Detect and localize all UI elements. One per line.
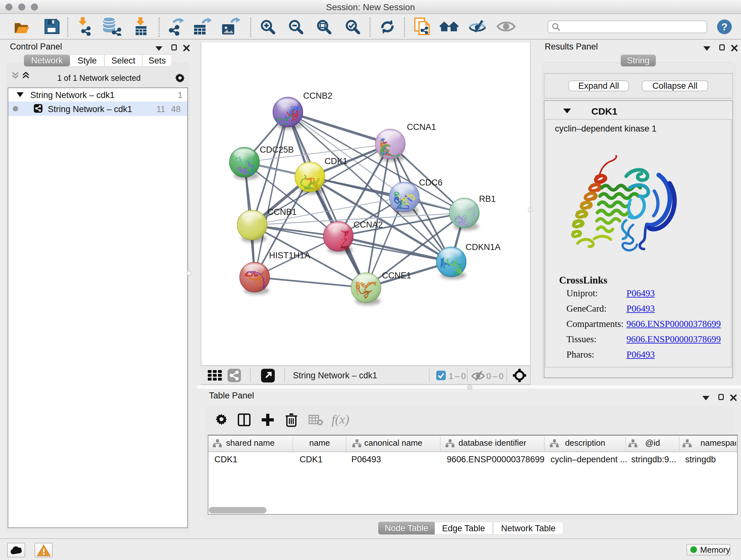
svg-text:RB1: RB1 bbox=[479, 194, 496, 204]
svg-text:CDC6: CDC6 bbox=[419, 178, 443, 187]
svg-text:CCNA2: CCNA2 bbox=[354, 220, 383, 230]
svg-text:HIST1H1A: HIST1H1A bbox=[269, 251, 310, 260]
svg-text:CCNA1: CCNA1 bbox=[407, 122, 436, 132]
svg-text:CDK1: CDK1 bbox=[325, 157, 347, 166]
svg-text:CDKN1A: CDKN1A bbox=[466, 242, 501, 252]
svg-text:CDC25B: CDC25B bbox=[260, 145, 294, 154]
svg-text:CCNB2: CCNB2 bbox=[303, 91, 333, 101]
svg-text:CCNB1: CCNB1 bbox=[267, 207, 297, 217]
svg-text:CCNE1: CCNE1 bbox=[382, 271, 411, 280]
